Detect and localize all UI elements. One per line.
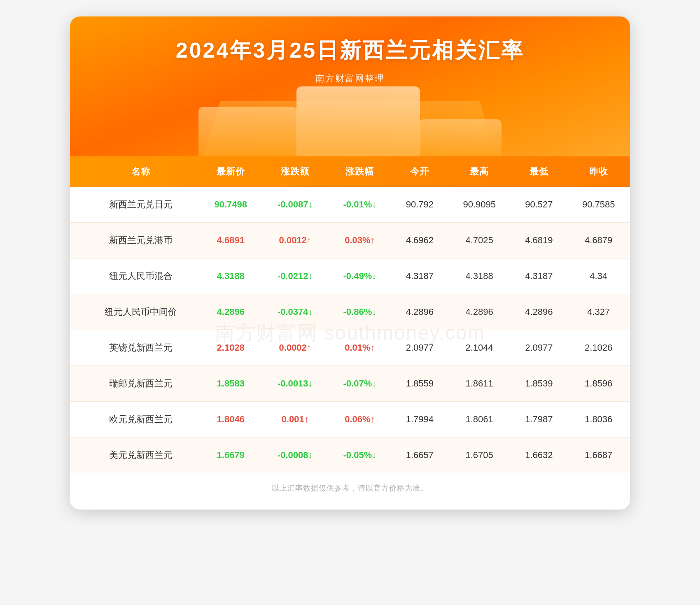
- cell-high: 1.6705: [448, 437, 511, 473]
- cell-latest: 90.7498: [199, 187, 262, 223]
- cell-prev-close: 4.6879: [567, 223, 630, 258]
- table-row: 英镑兑新西兰元 2.1028 0.0002↑ 0.01%↑ 2.0977 2.1…: [70, 330, 630, 366]
- sub-title: 南方财富网整理: [95, 72, 605, 85]
- podium-center: [296, 86, 420, 156]
- cell-high: 4.2896: [448, 294, 511, 330]
- cell-latest: 1.6679: [199, 437, 262, 473]
- cell-name: 美元兑新西兰元: [70, 437, 199, 473]
- cell-high: 2.1044: [448, 330, 511, 366]
- cell-name: 瑞郎兑新西兰元: [70, 366, 199, 402]
- cell-change-val: 0.0012↑: [262, 223, 328, 258]
- col-high: 最高: [448, 156, 511, 187]
- cell-change-val: -0.0008↓: [262, 437, 328, 473]
- cell-prev-close: 1.8036: [567, 402, 630, 437]
- cell-change-pct: -0.05%↓: [328, 437, 392, 473]
- cell-open: 4.2896: [392, 294, 448, 330]
- cell-name: 新西兰元兑港币: [70, 223, 199, 258]
- cell-latest: 1.8583: [199, 366, 262, 402]
- cell-change-pct: 0.01%↑: [328, 330, 392, 366]
- main-title: 2024年3月25日新西兰元相关汇率: [95, 36, 605, 65]
- cell-prev-close: 2.1026: [567, 330, 630, 366]
- cell-change-pct: -0.49%↓: [328, 258, 392, 294]
- cell-low: 90.527: [511, 187, 567, 223]
- podium-decoration: [173, 74, 527, 156]
- table-row: 欧元兑新西兰元 1.8046 0.001↑ 0.06%↑ 1.7994 1.80…: [70, 402, 630, 437]
- cell-latest: 4.6891: [199, 223, 262, 258]
- cell-change-val: 0.0002↑: [262, 330, 328, 366]
- cell-high: 1.8611: [448, 366, 511, 402]
- header-area: 2024年3月25日新西兰元相关汇率 南方财富网整理: [70, 16, 630, 156]
- cell-latest: 4.3188: [199, 258, 262, 294]
- footer-note: 以上汇率数据仅供参考，请以官方价格为准。: [70, 473, 630, 497]
- cell-open: 4.3187: [392, 258, 448, 294]
- col-name: 名称: [70, 156, 199, 187]
- table-body: 新西兰元兑日元 90.7498 -0.0087↓ -0.01%↓ 90.792 …: [70, 187, 630, 473]
- cell-change-val: -0.0087↓: [262, 187, 328, 223]
- table-row: 瑞郎兑新西兰元 1.8583 -0.0013↓ -0.07%↓ 1.8559 1…: [70, 366, 630, 402]
- cell-prev-close: 90.7585: [567, 187, 630, 223]
- cell-open: 4.6962: [392, 223, 448, 258]
- exchange-rate-table: 名称 最新价 涨跌额 涨跌幅 今开 最高 最低 昨收 新西兰元兑日元 90.74…: [70, 156, 630, 473]
- cell-high: 1.8061: [448, 402, 511, 437]
- cell-prev-close: 1.8596: [567, 366, 630, 402]
- table-row: 新西兰元兑日元 90.7498 -0.0087↓ -0.01%↓ 90.792 …: [70, 187, 630, 223]
- cell-open: 2.0977: [392, 330, 448, 366]
- table-row: 纽元人民币中间价 4.2896 -0.0374↓ -0.86%↓ 4.2896 …: [70, 294, 630, 330]
- main-card: 2024年3月25日新西兰元相关汇率 南方财富网整理 南方财富网 southmo…: [70, 16, 630, 510]
- cell-open: 1.7994: [392, 402, 448, 437]
- cell-change-pct: -0.01%↓: [328, 187, 392, 223]
- cell-low: 1.6632: [511, 437, 567, 473]
- cell-open: 1.6657: [392, 437, 448, 473]
- cell-latest: 4.2896: [199, 294, 262, 330]
- cell-latest: 1.8046: [199, 402, 262, 437]
- cell-open: 90.792: [392, 187, 448, 223]
- cell-low: 4.6819: [511, 223, 567, 258]
- cell-change-val: -0.0013↓: [262, 366, 328, 402]
- cell-prev-close: 4.34: [567, 258, 630, 294]
- cell-change-val: 0.001↑: [262, 402, 328, 437]
- cell-open: 1.8559: [392, 366, 448, 402]
- table-header-row: 名称 最新价 涨跌额 涨跌幅 今开 最高 最低 昨收: [70, 156, 630, 187]
- cell-change-val: -0.0374↓: [262, 294, 328, 330]
- col-latest: 最新价: [199, 156, 262, 187]
- podium-left: [198, 107, 297, 156]
- table-row: 纽元人民币混合 4.3188 -0.0212↓ -0.49%↓ 4.3187 4…: [70, 258, 630, 294]
- cell-high: 90.9095: [448, 187, 511, 223]
- col-low: 最低: [511, 156, 567, 187]
- cell-high: 4.3188: [448, 258, 511, 294]
- cell-name: 欧元兑新西兰元: [70, 402, 199, 437]
- cell-low: 4.2896: [511, 294, 567, 330]
- cell-change-val: -0.0212↓: [262, 258, 328, 294]
- cell-name: 纽元人民币中间价: [70, 294, 199, 330]
- cell-low: 1.8539: [511, 366, 567, 402]
- col-prev-close: 昨收: [567, 156, 630, 187]
- cell-name: 纽元人民币混合: [70, 258, 199, 294]
- cell-low: 2.0977: [511, 330, 567, 366]
- cell-prev-close: 1.6687: [567, 437, 630, 473]
- cell-low: 4.3187: [511, 258, 567, 294]
- cell-high: 4.7025: [448, 223, 511, 258]
- col-open: 今开: [392, 156, 448, 187]
- col-change-pct: 涨跌幅: [328, 156, 392, 187]
- cell-name: 新西兰元兑日元: [70, 187, 199, 223]
- col-change-val: 涨跌额: [262, 156, 328, 187]
- cell-low: 1.7987: [511, 402, 567, 437]
- cell-change-pct: 0.06%↑: [328, 402, 392, 437]
- table-row: 新西兰元兑港币 4.6891 0.0012↑ 0.03%↑ 4.6962 4.7…: [70, 223, 630, 258]
- cell-prev-close: 4.327: [567, 294, 630, 330]
- cell-change-pct: -0.07%↓: [328, 366, 392, 402]
- table-area: 南方财富网 southmoney.com 名称 最新价 涨跌额 涨跌幅 今开 最…: [70, 156, 630, 510]
- cell-change-pct: 0.03%↑: [328, 223, 392, 258]
- cell-name: 英镑兑新西兰元: [70, 330, 199, 366]
- table-row: 美元兑新西兰元 1.6679 -0.0008↓ -0.05%↓ 1.6657 1…: [70, 437, 630, 473]
- cell-change-pct: -0.86%↓: [328, 294, 392, 330]
- podium-right: [419, 119, 502, 156]
- cell-latest: 2.1028: [199, 330, 262, 366]
